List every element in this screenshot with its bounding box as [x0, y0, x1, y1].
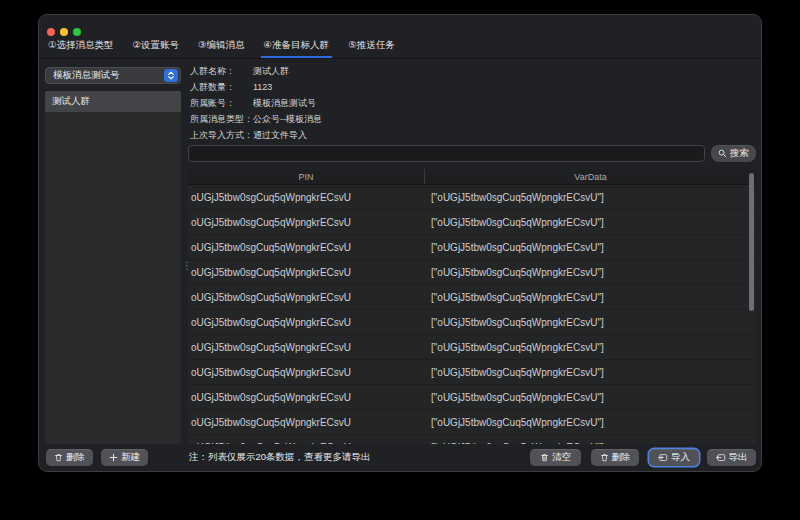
table-row[interactable]: oUGjJ5tbw0sgCuq5qWpngkrECsvU["oUGjJ5tbw0…: [188, 360, 756, 385]
plus-icon: [109, 453, 118, 462]
search-row: 搜索: [188, 145, 756, 162]
field-label: 人群数量：: [190, 81, 253, 94]
cell-pin: oUGjJ5tbw0sgCuq5qWpngkrECsvU: [188, 342, 425, 353]
field-label: 人群名称：: [190, 65, 253, 78]
group-detail-fields: 人群名称：测试人群人群数量：1123所属账号：模板消息测试号所属消息类型：公众号…: [190, 63, 756, 143]
table-row[interactable]: oUGjJ5tbw0sgCuq5qWpngkrECsvU["oUGjJ5tbw0…: [188, 235, 756, 260]
cell-pin: oUGjJ5tbw0sgCuq5qWpngkrECsvU: [188, 192, 425, 203]
search-button-label: 搜索: [730, 147, 749, 160]
cell-vardata: ["oUGjJ5tbw0sgCuq5qWpngkrECsvU"]: [425, 292, 756, 303]
search-icon: [718, 149, 727, 158]
table-scrollbar[interactable]: [749, 173, 754, 311]
sidebar-group-item[interactable]: 测试人群: [45, 91, 181, 112]
cell-vardata: ["oUGjJ5tbw0sgCuq5qWpngkrECsvU"]: [425, 317, 756, 328]
sidebar: 模板消息测试号 测试人群: [45, 59, 181, 444]
table-header: PIN VarData: [188, 169, 756, 185]
field-value: 公众号--模板消息: [253, 113, 322, 126]
tab-2[interactable]: ②设置账号: [130, 39, 183, 58]
clear-button[interactable]: 清空: [530, 449, 581, 466]
list-limit-note: 注：列表仅展示20条数据，查看更多请导出: [189, 451, 371, 464]
zoom-window-button[interactable]: [73, 28, 81, 36]
cell-pin: oUGjJ5tbw0sgCuq5qWpngkrECsvU: [188, 367, 425, 378]
cell-vardata: ["oUGjJ5tbw0sgCuq5qWpngkrECsvU"]: [425, 267, 756, 278]
cell-vardata: ["oUGjJ5tbw0sgCuq5qWpngkrECsvU"]: [425, 192, 756, 203]
cell-vardata: ["oUGjJ5tbw0sgCuq5qWpngkrECsvU"]: [425, 367, 756, 378]
tab-5[interactable]: ⑤推送任务: [345, 39, 398, 58]
clear-button-label: 清空: [552, 451, 571, 464]
cell-vardata: ["oUGjJ5tbw0sgCuq5qWpngkrECsvU"]: [425, 217, 756, 228]
search-input[interactable]: [188, 145, 705, 162]
tab-bar: ①选择消息类型②设置账号③编辑消息④准备目标人群⑤推送任务: [45, 39, 398, 58]
minimize-window-button[interactable]: [60, 28, 68, 36]
audience-table: PIN VarData oUGjJ5tbw0sgCuq5qWpngkrECsvU…: [188, 169, 756, 444]
field-value: 1123: [253, 82, 272, 92]
field-row: 人群数量：1123: [190, 79, 756, 95]
tab-4[interactable]: ④准备目标人群: [261, 39, 333, 58]
delete-rows-label: 删除: [612, 451, 631, 464]
field-row: 所属消息类型：公众号--模板消息: [190, 111, 756, 127]
cell-vardata: ["oUGjJ5tbw0sgCuq5qWpngkrECsvU"]: [425, 417, 756, 428]
delete-group-button[interactable]: 删除: [46, 449, 93, 466]
content-area: 模板消息测试号 测试人群 ⋮ 人群名称：测试人群人群数量：1123所属账号：模板…: [39, 59, 761, 444]
cell-vardata: ["oUGjJ5tbw0sgCuq5qWpngkrECsvU"]: [425, 342, 756, 353]
account-select-value: 模板消息测试号: [53, 69, 120, 82]
new-group-label: 新建: [121, 451, 140, 464]
table-row[interactable]: oUGjJ5tbw0sgCuq5qWpngkrECsvU["oUGjJ5tbw0…: [188, 185, 756, 210]
tab-3[interactable]: ③编辑消息: [195, 39, 248, 58]
app-window: ①选择消息类型②设置账号③编辑消息④准备目标人群⑤推送任务 模板消息测试号 测试…: [38, 14, 762, 472]
trash-icon: [54, 453, 63, 462]
titlebar: ①选择消息类型②设置账号③编辑消息④准备目标人群⑤推送任务: [39, 15, 761, 59]
import-button[interactable]: 导入: [649, 449, 699, 466]
field-row: 人群名称：测试人群: [190, 63, 756, 79]
table-row[interactable]: oUGjJ5tbw0sgCuq5qWpngkrECsvU["oUGjJ5tbw0…: [188, 335, 756, 360]
cell-vardata: ["oUGjJ5tbw0sgCuq5qWpngkrECsvU"]: [425, 242, 756, 253]
field-value: 模板消息测试号: [253, 97, 316, 110]
traffic-lights: [47, 28, 81, 36]
cell-pin: oUGjJ5tbw0sgCuq5qWpngkrECsvU: [188, 242, 425, 253]
delete-group-label: 删除: [66, 451, 85, 464]
cell-vardata: ["oUGjJ5tbw0sgCuq5qWpngkrECsvU"]: [425, 392, 756, 403]
field-value: 测试人群: [253, 65, 289, 78]
chevron-updown-icon: [164, 69, 178, 82]
pane-splitter[interactable]: ⋮: [181, 59, 188, 444]
cell-pin: oUGjJ5tbw0sgCuq5qWpngkrECsvU: [188, 267, 425, 278]
field-label: 所属消息类型：: [190, 113, 253, 126]
table-row[interactable]: oUGjJ5tbw0sgCuq5qWpngkrECsvU["oUGjJ5tbw0…: [188, 410, 756, 435]
cell-pin: oUGjJ5tbw0sgCuq5qWpngkrECsvU: [188, 442, 425, 445]
table-row[interactable]: oUGjJ5tbw0sgCuq5qWpngkrECsvU["oUGjJ5tbw0…: [188, 435, 756, 444]
field-label: 所属账号：: [190, 97, 253, 110]
account-select[interactable]: 模板消息测试号: [45, 67, 181, 84]
clear-trash-icon: [540, 453, 549, 462]
trash-icon: [600, 453, 609, 462]
cell-vardata: ["oUGjJ5tbw0sgCuq5qWpngkrECsvU"]: [425, 442, 756, 445]
table-row[interactable]: oUGjJ5tbw0sgCuq5qWpngkrECsvU["oUGjJ5tbw0…: [188, 260, 756, 285]
import-button-label: 导入: [671, 451, 690, 464]
export-icon: [716, 453, 726, 462]
field-row: 上次导入方式：通过文件导入: [190, 127, 756, 143]
table-row[interactable]: oUGjJ5tbw0sgCuq5qWpngkrECsvU["oUGjJ5tbw0…: [188, 310, 756, 335]
export-button[interactable]: 导出: [707, 449, 756, 466]
field-row: 所属账号：模板消息测试号: [190, 95, 756, 111]
tab-1[interactable]: ①选择消息类型: [45, 39, 117, 58]
table-body: oUGjJ5tbw0sgCuq5qWpngkrECsvU["oUGjJ5tbw0…: [188, 185, 756, 444]
group-list: 测试人群: [45, 91, 181, 444]
table-row[interactable]: oUGjJ5tbw0sgCuq5qWpngkrECsvU["oUGjJ5tbw0…: [188, 385, 756, 410]
cell-pin: oUGjJ5tbw0sgCuq5qWpngkrECsvU: [188, 392, 425, 403]
cell-pin: oUGjJ5tbw0sgCuq5qWpngkrECsvU: [188, 417, 425, 428]
column-header-vardata: VarData: [425, 169, 756, 184]
table-row[interactable]: oUGjJ5tbw0sgCuq5qWpngkrECsvU["oUGjJ5tbw0…: [188, 210, 756, 235]
footer-bar: 删除 新建 注：列表仅展示20条数据，查看更多请导出 清空 删除: [39, 444, 761, 471]
cell-pin: oUGjJ5tbw0sgCuq5qWpngkrECsvU: [188, 217, 425, 228]
close-window-button[interactable]: [47, 28, 55, 36]
import-icon: [658, 453, 668, 462]
field-value: 通过文件导入: [253, 129, 307, 142]
main-panel: 人群名称：测试人群人群数量：1123所属账号：模板消息测试号所属消息类型：公众号…: [188, 59, 756, 444]
export-button-label: 导出: [729, 451, 748, 464]
table-row[interactable]: oUGjJ5tbw0sgCuq5qWpngkrECsvU["oUGjJ5tbw0…: [188, 285, 756, 310]
cell-pin: oUGjJ5tbw0sgCuq5qWpngkrECsvU: [188, 317, 425, 328]
column-header-pin: PIN: [188, 169, 425, 184]
delete-rows-button[interactable]: 删除: [591, 449, 639, 466]
field-label: 上次导入方式：: [190, 129, 253, 142]
search-button[interactable]: 搜索: [711, 145, 756, 162]
new-group-button[interactable]: 新建: [101, 449, 148, 466]
